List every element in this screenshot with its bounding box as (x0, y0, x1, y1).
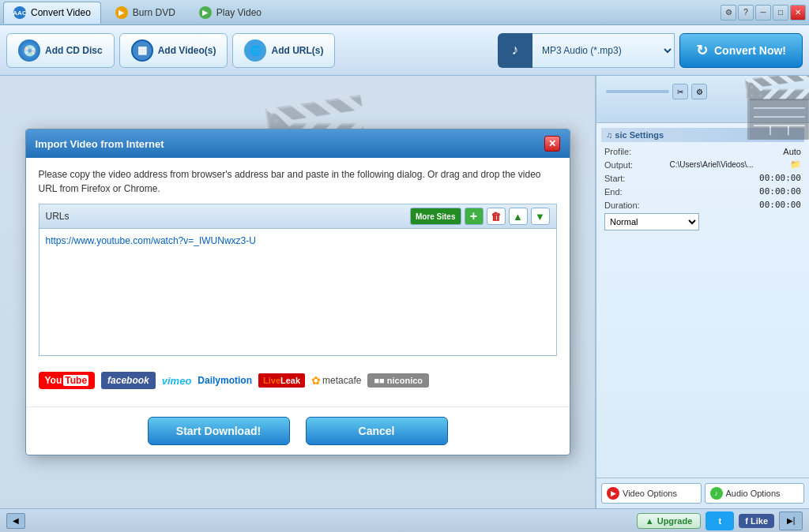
youtube-logo: YouTube (39, 372, 96, 389)
settings-btn[interactable]: ⚙ (721, 5, 736, 21)
move-up-button[interactable]: ▲ (509, 208, 528, 225)
aac-icon: AAC (13, 6, 26, 19)
audio-options-label: Audio Options (726, 489, 781, 498)
convert-label: Convert Now! (714, 44, 786, 57)
panel-toggle-button[interactable]: ◀ (6, 513, 25, 529)
like-label: Like (751, 516, 768, 526)
start-time-label: Start: (604, 174, 625, 183)
maximize-btn[interactable]: □ (773, 5, 788, 21)
quality-row: Normal High Low Custom (601, 212, 804, 232)
help-btn[interactable]: ? (738, 5, 754, 21)
add-cd-label: Add CD Disc (45, 45, 103, 56)
modal-body: Please copy the video address from brows… (26, 158, 570, 406)
move-down-button[interactable]: ▼ (531, 208, 550, 225)
tab-play[interactable]: ▶ Play Video (190, 2, 271, 24)
upgrade-icon: ▲ (645, 516, 654, 526)
tab-dvd[interactable]: ▶ Burn DVD (106, 2, 185, 24)
urls-label: URLs (46, 211, 70, 222)
tab-convert[interactable]: AAC Convert Video (3, 2, 101, 24)
url-table: URLs More Sites + 🗑 ▲ ▼ https://www.yout… (39, 204, 557, 356)
thumbnail-area: 🎬 (698, 76, 809, 163)
toolbar: 💿 Add CD Disc ▦ Add Video(s) 🌐 Add URL(s… (0, 25, 809, 76)
dailymotion-logo: Dailymotion (198, 375, 252, 386)
vimeo-logo: vimeo (162, 375, 192, 387)
twitter-button[interactable]: t (706, 511, 734, 530)
cancel-button[interactable]: Cancel (306, 417, 448, 445)
status-bar: ◀ ▲ Upgrade t f Like ▶| (0, 508, 809, 532)
tab-play-label: Play Video (216, 7, 262, 18)
facebook-icon: f (745, 516, 748, 526)
facebook-like-button[interactable]: f Like (739, 514, 774, 528)
modal-title: Import Video from Internet (36, 138, 164, 150)
next-button[interactable]: ▶| (779, 511, 803, 530)
refresh-icon: ↻ (696, 42, 708, 59)
more-sites-button[interactable]: More Sites (410, 208, 461, 225)
end-time-row: End: 00:00:00 (601, 185, 804, 198)
video-options-button[interactable]: ▶ Video Options (601, 483, 702, 504)
upgrade-label: Upgrade (657, 516, 693, 526)
modal-footer: Start Download! Cancel (26, 406, 570, 455)
duration-row: Duration: 00:00:00 (601, 198, 804, 212)
settings-section-label: ♫ sic Settings (606, 130, 664, 140)
audio-options-button[interactable]: ♪ Audio Options (705, 483, 805, 504)
end-time-label: End: (604, 187, 623, 197)
profile-label: Profile: (604, 147, 631, 156)
niconico-logo: ■■ niconico (367, 373, 429, 388)
duration-label: Duration: (604, 200, 640, 210)
add-url-button[interactable]: 🌐 Add URL(s) (232, 33, 335, 68)
output-label: Output: (604, 160, 633, 170)
music-icon: ♪ (498, 33, 532, 68)
options-row: ▶ Video Options ♪ Audio Options (596, 478, 809, 508)
url-item[interactable]: https://www.youtube.com/watch?v=_IWUNwxz… (46, 234, 550, 248)
add-video-label: Add Video(s) (158, 45, 216, 56)
add-url-label: Add URL(s) (271, 45, 323, 56)
video-opt-icon: ▶ (607, 487, 619, 500)
start-time-value: 00:00:00 (759, 173, 801, 183)
film-icon: 🎬 (738, 76, 809, 142)
progress-slider[interactable] (606, 90, 669, 93)
start-download-button[interactable]: Start Download! (148, 417, 290, 445)
preview-area: ✂ ⚙ 🎬 (596, 76, 809, 123)
url-list: https://www.youtube.com/watch?v=_IWUNwxz… (40, 229, 556, 355)
modal-description: Please copy the video address from brows… (39, 167, 557, 196)
upgrade-button[interactable]: ▲ Upgrade (637, 513, 702, 529)
import-video-modal: Import Video from Internet ✕ Please copy… (25, 129, 570, 455)
audio-opt-icon: ♪ (710, 487, 723, 500)
start-time-row: Start: 00:00:00 (601, 171, 804, 185)
video-options-label: Video Options (623, 489, 677, 498)
format-selector: ♪ MP3 Audio (*.mp3) ↻ Convert Now! (498, 33, 803, 68)
spacer (596, 237, 809, 478)
window-controls: ⚙ ? ─ □ ✕ (721, 5, 806, 21)
tab-convert-label: Convert Video (31, 7, 91, 18)
cd-icon: 💿 (18, 39, 40, 62)
url-icon: 🌐 (244, 39, 266, 62)
end-time-value: 00:00:00 (759, 186, 801, 197)
dvd-icon: ▶ (115, 6, 128, 19)
title-bar: AAC Convert Video ▶ Burn DVD ▶ Play Vide… (0, 0, 809, 25)
liveleak-logo: LiveLeak (258, 373, 305, 388)
add-url-button-table[interactable]: + (465, 208, 484, 225)
file-area: 🎬 Import Video from Internet ✕ Please co… (0, 76, 596, 508)
add-cd-button[interactable]: 💿 Add CD Disc (6, 33, 115, 68)
right-panel: ✂ ⚙ 🎬 ♫ sic Settings Profile: Auto Outpu… (596, 76, 809, 508)
quality-select[interactable]: Normal High Low Custom (604, 213, 699, 230)
modal-header: Import Video from Internet ✕ (26, 129, 570, 158)
clip-button[interactable]: ✂ (672, 84, 688, 99)
convert-now-button[interactable]: ↻ Convert Now! (679, 33, 803, 68)
metacafe-logo: ✿ metacafe (311, 374, 361, 387)
play-icon: ▶ (199, 6, 212, 19)
url-actions: More Sites + 🗑 ▲ ▼ (410, 208, 550, 225)
tab-dvd-label: Burn DVD (133, 7, 175, 18)
modal-overlay: Import Video from Internet ✕ Please copy… (0, 76, 595, 508)
minimize-btn[interactable]: ─ (755, 5, 771, 21)
modal-close-button[interactable]: ✕ (544, 136, 560, 152)
facebook-logo: facebook (101, 372, 156, 389)
close-btn[interactable]: ✕ (790, 5, 806, 21)
title-tabs: AAC Convert Video ▶ Burn DVD ▶ Play Vide… (3, 2, 721, 24)
duration-value: 00:00:00 (759, 200, 801, 210)
delete-url-button[interactable]: 🗑 (487, 208, 506, 225)
format-select[interactable]: MP3 Audio (*.mp3) (532, 33, 675, 68)
url-table-header: URLs More Sites + 🗑 ▲ ▼ (40, 204, 556, 229)
main-area: 🎬 Import Video from Internet ✕ Please co… (0, 76, 809, 508)
add-video-button[interactable]: ▦ Add Video(s) (119, 33, 228, 68)
